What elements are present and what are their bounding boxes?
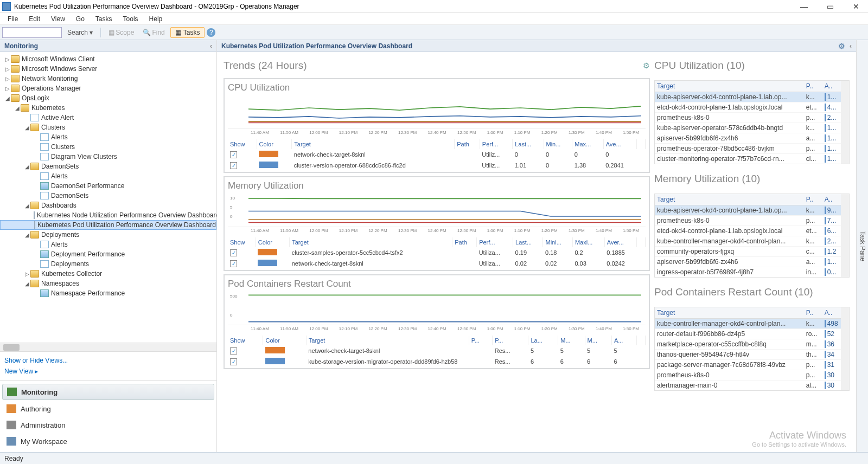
legend-col[interactable]: Target	[290, 237, 452, 247]
tree-item[interactable]: Alerts	[0, 132, 216, 142]
tree-item[interactable]: ◢Clusters	[0, 123, 216, 132]
legend-col[interactable]: Perf...	[480, 139, 512, 149]
legend-col[interactable]: M...	[585, 336, 611, 345]
tree-item[interactable]: ◢Dashboards	[0, 201, 216, 210]
expand-toggle[interactable]: ◢	[24, 164, 30, 170]
legend-col[interactable]: A...	[611, 336, 636, 345]
tree-item[interactable]: Clusters	[0, 142, 216, 152]
expand-toggle[interactable]: ◢	[24, 281, 30, 287]
tree-item[interactable]: Active Alert	[0, 113, 216, 123]
menu-help[interactable]: Help	[144, 14, 168, 24]
tree-item[interactable]: ◢Deployments	[0, 230, 216, 240]
side-row[interactable]: apiserver-5b99fdb6f6-zx4h6a...1...	[655, 133, 841, 144]
vscrollbar[interactable]	[841, 194, 849, 277]
legend-col[interactable]: Color	[263, 336, 306, 345]
expand-toggle[interactable]: ▷	[24, 271, 30, 277]
tree-item[interactable]: ▷Microsoft Windows Server	[0, 64, 216, 74]
side-col[interactable]: P..	[804, 194, 822, 205]
side-row[interactable]: cluster-monitoring-operator-7f57b7c6cd-r…	[655, 154, 841, 164]
tree-item[interactable]: Alerts	[0, 171, 216, 181]
help-icon[interactable]: ?	[207, 28, 215, 37]
tree-item[interactable]: ▷Network Monitoring	[0, 74, 216, 83]
side-row[interactable]: kube-apiserver-okd4-control-plane-1.lab.…	[655, 92, 841, 102]
legend-col[interactable]: Show	[228, 237, 256, 247]
side-col[interactable]: A..	[822, 194, 841, 205]
side-row[interactable]: marketplace-operator-c55ccffbb-c8l8qm...…	[655, 339, 841, 350]
side-row[interactable]: thanos-querier-5954947c9-htl4vth...34	[655, 350, 841, 360]
side-row[interactable]: kube-apiserver-okd4-control-plane-1.lab.…	[655, 205, 841, 216]
expand-toggle[interactable]: ▷	[4, 86, 11, 92]
legend-row[interactable]: ✓network-check-target-8sknlRes...5555	[228, 345, 646, 356]
side-col[interactable]: Target	[655, 194, 804, 205]
legend-col[interactable]: P...	[493, 336, 528, 345]
tree-item[interactable]: Diagram View Clusters	[0, 152, 216, 162]
side-row[interactable]: prometheus-k8s-0p...7...	[655, 216, 841, 226]
search-button[interactable]: Search ▾	[64, 28, 96, 37]
show-checkbox[interactable]: ✓	[230, 249, 237, 256]
side-row[interactable]: alertmanager-main-0al...30	[655, 381, 841, 391]
legend-col[interactable]: Target	[306, 336, 469, 345]
tree-item[interactable]: ▷Operations Manager	[0, 83, 216, 93]
scope-button[interactable]: ▦ Scope	[105, 28, 137, 37]
legend-row[interactable]: ✓network-check-target-8sknlUtiliz...0000	[228, 149, 646, 160]
menu-tools[interactable]: Tools	[118, 14, 144, 24]
tree-hscrollbar[interactable]	[0, 343, 216, 351]
legend-row[interactable]: ✓network-check-target-8sknlUtiliza...0.0…	[228, 258, 646, 269]
legend-row[interactable]: ✓cluster-version-operator-688cdc5c86-flc…	[228, 160, 646, 171]
maximize-button[interactable]: ▭	[820, 1, 840, 12]
legend-col[interactable]: Ave...	[603, 139, 636, 149]
legend-col[interactable]: P...	[469, 336, 492, 345]
menu-file[interactable]: File	[2, 14, 23, 24]
expand-toggle[interactable]: ◢	[24, 232, 30, 238]
side-row[interactable]: prometheus-k8s-0p...2...	[655, 113, 841, 123]
legend-col[interactable]: Color	[256, 237, 290, 247]
side-row[interactable]: prometheus-k8s-0p...30	[655, 370, 841, 381]
legend-col[interactable]: Path	[455, 139, 480, 149]
gear-icon[interactable]: ⚙	[838, 42, 845, 50]
show-checkbox[interactable]: ✓	[230, 358, 237, 365]
side-row[interactable]: kube-controller-manager-okd4-control-pla…	[655, 236, 841, 247]
legend-col[interactable]: Show	[228, 336, 263, 345]
nav-my-workspace[interactable]: My Workspace	[2, 434, 214, 449]
legend-col[interactable]: Aver...	[604, 237, 636, 247]
tree-item[interactable]: ◢Namespaces	[0, 279, 216, 288]
side-row[interactable]: apiserver-5b99fdb6f6-zx4h6a...1...	[655, 257, 841, 267]
tree-item[interactable]: ▷Kubernetes Collector	[0, 269, 216, 279]
show-hide-views-link[interactable]: Show or Hide Views...	[4, 355, 212, 366]
legend-col[interactable]: Last...	[513, 139, 544, 149]
tree-item[interactable]: ◢DaemonSets	[0, 162, 216, 171]
legend-row[interactable]: ✓kube-storage-version-migrator-operator-…	[228, 356, 646, 367]
side-row[interactable]: ingress-operator-b5f76989f-4j8h7in...0..…	[655, 267, 841, 278]
legend-col[interactable]: Path	[452, 237, 477, 247]
side-row[interactable]: prometheus-operator-78bd5cc486-bvjkmp...…	[655, 144, 841, 154]
side-col[interactable]: A..	[822, 81, 841, 92]
legend-col[interactable]: Last...	[513, 237, 543, 247]
tree-item[interactable]: DaemonSets	[0, 191, 216, 201]
tasks-toggle[interactable]: ▦ Tasks	[170, 27, 205, 38]
nav-authoring[interactable]: Authoring	[2, 401, 214, 416]
tree-item[interactable]: Kubernetes Node Utilization Performance …	[0, 210, 216, 220]
tree-item[interactable]: Namespace Performance	[0, 288, 216, 298]
side-col[interactable]: P..	[804, 307, 822, 319]
collapse-icon[interactable]: ‹	[210, 42, 212, 50]
show-checkbox[interactable]: ✓	[230, 162, 237, 169]
legend-col[interactable]: Max...	[572, 139, 603, 149]
side-col[interactable]: Target	[655, 307, 804, 319]
legend-col[interactable]: La...	[528, 336, 558, 345]
side-row[interactable]: package-server-manager-7c68d678f8-49vbzp…	[655, 360, 841, 370]
nav-monitoring[interactable]: Monitoring	[2, 384, 214, 400]
monitoring-tree[interactable]: ▷Microsoft Windows Client▷Microsoft Wind…	[0, 52, 216, 343]
side-row[interactable]: kube-controller-manager-okd4-control-pla…	[655, 319, 841, 329]
minimize-button[interactable]: —	[794, 1, 814, 12]
expand-toggle[interactable]: ▷	[4, 76, 11, 82]
tree-item[interactable]: ◢OpsLogix	[0, 93, 216, 103]
legend-row[interactable]: ✓cluster-samples-operator-5cc5cbcd4-tsfx…	[228, 247, 646, 258]
tree-item[interactable]: ▷Microsoft Windows Client	[0, 54, 216, 64]
expand-icon[interactable]: ‹	[850, 42, 852, 50]
show-checkbox[interactable]: ✓	[230, 347, 237, 355]
side-row[interactable]: community-operators-fjgxqc...1.2	[655, 247, 841, 257]
chart-area[interactable]	[228, 95, 646, 129]
nav-administration[interactable]: Administration	[2, 417, 214, 433]
legend-col[interactable]: Show	[228, 139, 257, 149]
tree-item[interactable]: Alerts	[0, 240, 216, 249]
